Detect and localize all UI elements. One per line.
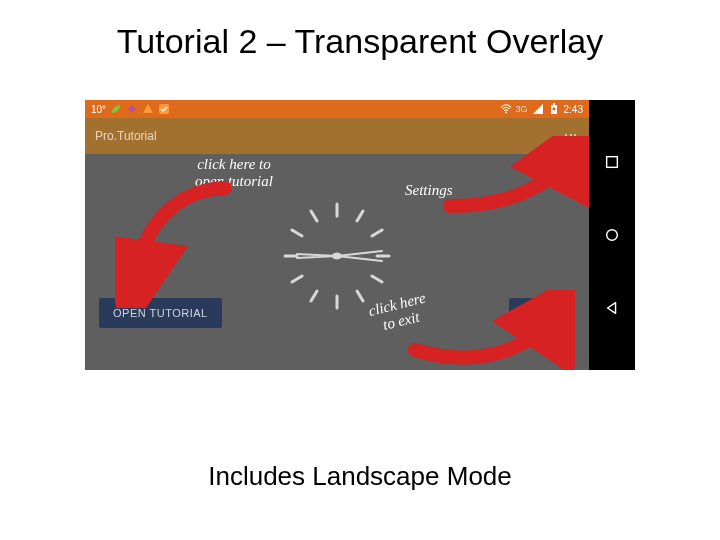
exit-button[interactable]: EXIT	[509, 298, 575, 328]
actionbar-title: Pro.Tutorial	[95, 129, 157, 143]
slide-caption: Includes Landscape Mode	[0, 461, 720, 492]
clock-face	[277, 196, 397, 316]
status-time: 2:43	[564, 104, 583, 115]
slide: Tutorial 2 – Transparent Overlay 10° ❖	[0, 0, 720, 540]
back-button[interactable]	[603, 299, 621, 317]
svg-line-15	[311, 211, 317, 221]
overflow-icon[interactable]: ⋮	[569, 128, 573, 144]
svg-line-9	[372, 230, 382, 236]
svg-line-10	[372, 276, 382, 282]
wifi-icon	[500, 103, 512, 115]
home-button[interactable]	[603, 226, 621, 244]
action-bar: Pro.Tutorial ⋮	[85, 118, 589, 154]
recent-apps-button[interactable]	[603, 153, 621, 171]
svg-point-16	[332, 253, 342, 259]
svg-point-1	[505, 112, 507, 114]
svg-rect-3	[553, 103, 555, 105]
svg-line-14	[292, 230, 302, 236]
leaf-icon	[110, 103, 122, 115]
status-network: 3G	[516, 104, 528, 114]
phone-screenshot: 10° ❖ 3G	[85, 100, 635, 370]
svg-rect-17	[607, 157, 618, 168]
debug-icon: ❖	[126, 103, 138, 115]
signal-icon	[532, 103, 544, 115]
svg-line-8	[357, 211, 363, 221]
android-nav-bar	[589, 100, 635, 370]
battery-icon	[548, 103, 560, 115]
status-right: 3G 2:43	[500, 103, 583, 115]
warning-icon	[142, 103, 154, 115]
status-temp: 10°	[91, 104, 106, 115]
check-icon	[158, 103, 170, 115]
status-left: 10° ❖	[91, 103, 170, 115]
svg-line-13	[292, 276, 302, 282]
open-tutorial-button[interactable]: OPEN TUTORIAL	[99, 298, 222, 328]
screen-area: 10° ❖ 3G	[85, 100, 589, 370]
slide-title: Tutorial 2 – Transparent Overlay	[0, 22, 720, 61]
svg-line-11	[357, 291, 363, 301]
status-bar: 10° ❖ 3G	[85, 100, 589, 118]
svg-point-18	[607, 230, 618, 241]
app-content: OPEN TUTORIAL EXIT	[85, 154, 589, 370]
svg-line-12	[311, 291, 317, 301]
